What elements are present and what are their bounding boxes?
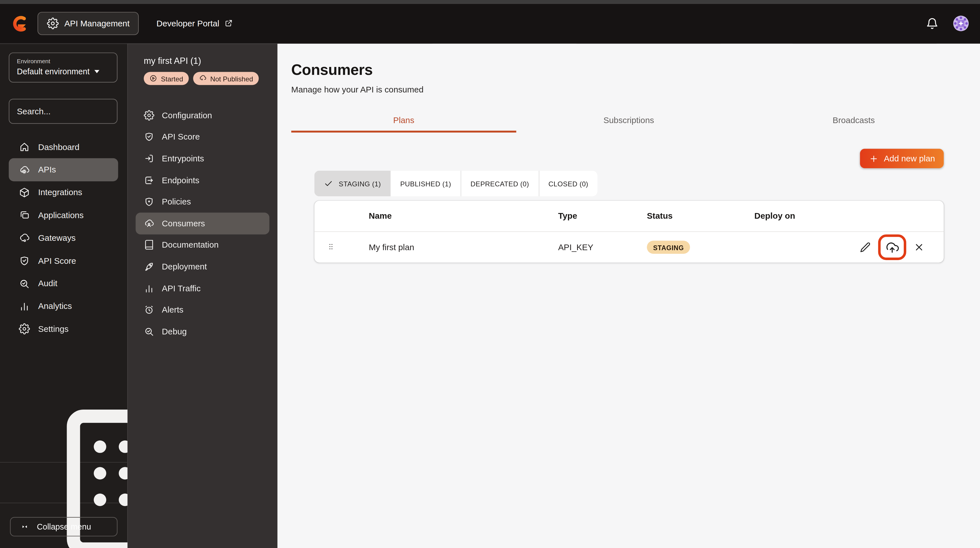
api-management-button[interactable]: API Management xyxy=(37,12,139,35)
arrow-out-box-icon xyxy=(144,175,154,185)
bar-chart-icon xyxy=(144,283,154,293)
api-nav-entrypoints[interactable]: Entrypoints xyxy=(135,148,269,169)
row-actions xyxy=(859,234,944,260)
api-sidebar: my first API (1) Started Not Published C… xyxy=(127,44,278,548)
environment-label: Environment xyxy=(17,57,110,64)
api-nav-consumers[interactable]: Consumers xyxy=(135,212,269,234)
tab-plans[interactable]: Plans xyxy=(291,110,516,133)
sidebar-item-settings[interactable]: Settings xyxy=(9,318,118,340)
badge-label: Started xyxy=(161,75,183,82)
table-row: My first plan API_KEY STAGING xyxy=(315,232,944,263)
plus-icon xyxy=(869,153,879,163)
arrow-in-box-icon xyxy=(144,153,154,164)
api-nav-policies[interactable]: Policies xyxy=(135,191,269,212)
shield-check-icon xyxy=(144,132,154,142)
magnifier-check-icon xyxy=(19,278,30,289)
api-nav-deployment[interactable]: Deployment xyxy=(135,256,269,277)
topbar: API Management Developer Portal xyxy=(0,4,980,44)
page-title: Consumers xyxy=(291,61,966,79)
publish-plan-upload-cloud-icon[interactable] xyxy=(885,240,899,255)
badge-label: Not Published xyxy=(210,75,253,82)
api-nav-label: API Score xyxy=(162,132,200,142)
check-icon xyxy=(324,179,333,188)
sidebar-item-api-score[interactable]: API Score xyxy=(9,249,118,272)
developer-portal-link[interactable]: Developer Portal xyxy=(156,19,233,28)
close-plan-icon[interactable] xyxy=(913,241,925,253)
api-status-badges: Started Not Published xyxy=(144,72,269,85)
sidebar-item-applications[interactable]: Applications xyxy=(9,204,118,227)
api-nav-debug[interactable]: Debug xyxy=(135,321,269,342)
api-nav-endpoints[interactable]: Endpoints xyxy=(135,169,269,191)
cube-icon xyxy=(19,187,30,198)
drag-handle-icon[interactable] xyxy=(327,240,335,252)
plans-table: Name Type Status Deploy on My first plan… xyxy=(315,201,944,263)
api-nav-label: Debug xyxy=(162,327,187,336)
gravitee-logo-icon xyxy=(11,15,29,32)
filter-staging[interactable]: STAGING (1) xyxy=(315,171,391,196)
filter-closed[interactable]: CLOSED (0) xyxy=(539,171,598,196)
tab-broadcasts[interactable]: Broadcasts xyxy=(741,110,966,133)
edit-plan-pencil-icon[interactable] xyxy=(859,241,872,253)
column-header-name: Name xyxy=(369,211,558,221)
plan-name: My first plan xyxy=(369,242,558,252)
browser-strip xyxy=(0,0,980,4)
sidebar-item-integrations[interactable]: Integrations xyxy=(9,181,118,204)
sidebar-item-organization[interactable]: Organization xyxy=(9,472,118,494)
search-input[interactable] xyxy=(17,107,127,116)
sidebar-item-label: API Score xyxy=(38,256,76,266)
api-nav-label: Policies xyxy=(162,197,191,207)
api-nav-configuration[interactable]: Configuration xyxy=(135,104,269,126)
table-header-row: Name Type Status Deploy on xyxy=(315,201,944,232)
add-new-plan-button[interactable]: Add new plan xyxy=(860,149,944,168)
sidebar-item-apis[interactable]: APIs xyxy=(9,158,118,181)
api-nav-api-score[interactable]: API Score xyxy=(135,126,269,148)
developer-portal-label: Developer Portal xyxy=(156,19,220,28)
api-nav-label: Deployment xyxy=(162,262,207,271)
chevron-down-icon xyxy=(95,70,100,73)
apps-icon xyxy=(19,210,30,221)
plans-section: Add new plan STAGING (1) PUBLISHED (1) D… xyxy=(315,149,944,263)
book-icon xyxy=(144,240,154,250)
shield-star-icon xyxy=(144,196,154,207)
plan-status-chip: STAGING xyxy=(647,241,690,254)
sidebar-item-label: Settings xyxy=(38,325,68,334)
organization-section: Organization xyxy=(0,462,127,503)
cloud-x-icon xyxy=(199,75,207,83)
api-title: my first API (1) xyxy=(144,56,269,65)
notifications-bell-icon[interactable] xyxy=(926,16,939,30)
main-nav: Dashboard APIs Integrations Applications… xyxy=(0,135,127,340)
api-nav-label: Documentation xyxy=(162,240,219,250)
api-nav-label: API Traffic xyxy=(162,284,201,293)
sidebar-item-label: APIs xyxy=(38,165,56,174)
filter-published[interactable]: PUBLISHED (1) xyxy=(391,171,461,196)
app-root: API Management Developer Portal Environm… xyxy=(0,0,980,548)
filter-deprecated[interactable]: DEPRECATED (0) xyxy=(461,171,539,196)
gear-icon xyxy=(19,323,30,335)
sidebar-item-label: Integrations xyxy=(38,188,82,197)
api-nav-alerts[interactable]: Alerts xyxy=(135,299,269,320)
collapse-menu-button[interactable]: Collapse menu xyxy=(10,517,118,536)
add-new-plan-label: Add new plan xyxy=(884,154,935,163)
alarm-clock-icon xyxy=(144,304,154,315)
status-badge-not-published: Not Published xyxy=(193,72,259,85)
sidebar-item-label: Dashboard xyxy=(38,142,80,152)
bar-chart-icon xyxy=(19,301,30,312)
column-header-status: Status xyxy=(647,211,754,221)
sidebar-item-audit[interactable]: Audit xyxy=(9,272,118,295)
tab-subscriptions[interactable]: Subscriptions xyxy=(516,110,741,133)
collapse-menu-label: Collapse menu xyxy=(37,522,91,531)
cloud-gear-icon xyxy=(19,164,30,175)
main-sidebar: Environment Default environment Dashboar… xyxy=(0,44,127,548)
publish-plan-highlight-ring[interactable] xyxy=(878,234,906,260)
sidebar-item-gateways[interactable]: Gateways xyxy=(9,227,118,249)
api-nav-documentation[interactable]: Documentation xyxy=(135,234,269,256)
api-nav-api-traffic[interactable]: API Traffic xyxy=(135,277,269,299)
environment-selector[interactable]: Environment Default environment xyxy=(9,53,118,83)
user-avatar[interactable] xyxy=(953,16,969,31)
cloud-node-icon xyxy=(19,232,30,244)
main-content: Consumers Manage how your API is consume… xyxy=(278,44,980,548)
sidebar-item-label: Gateways xyxy=(38,233,75,243)
sidebar-item-analytics[interactable]: Analytics xyxy=(9,295,118,318)
sidebar-item-dashboard[interactable]: Dashboard xyxy=(9,135,118,158)
column-header-type: Type xyxy=(558,211,647,221)
